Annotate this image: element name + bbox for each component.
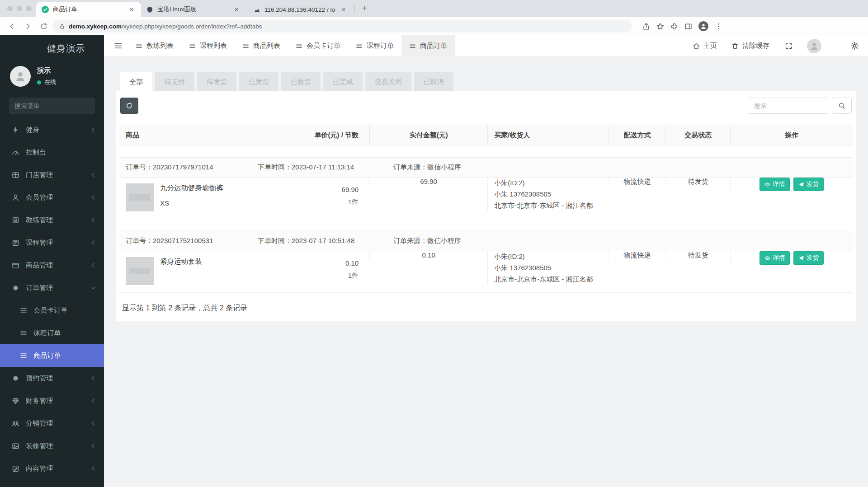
hamburger-icon[interactable] [114, 42, 123, 50]
sidebar-item-decoration-mgmt[interactable]: 装修管理 [0, 435, 104, 457]
brand-title: 健身演示 [0, 35, 104, 61]
bookmark-star-icon[interactable] [656, 23, 664, 30]
filter-tab-received[interactable]: 已收货 [281, 72, 321, 91]
filter-tab-cancelled[interactable]: 已取消 [414, 72, 453, 91]
browser-tab-goods-order[interactable]: 商品订单 × [36, 2, 141, 17]
ship-button[interactable]: 发货 [793, 178, 824, 191]
site-favicon [42, 6, 49, 13]
address-bar[interactable]: demo.xykeep.com/xykeep.php/xykeep/goods.… [53, 20, 632, 33]
list-icon [242, 42, 249, 49]
window-zoom-button[interactable] [26, 6, 32, 11]
home-button[interactable]: 主页 [687, 35, 722, 57]
sidebar-item-member-mgmt[interactable]: 会员管理 [0, 186, 104, 209]
clear-cache-button[interactable]: 清除缓存 [726, 35, 775, 57]
browser-profile-avatar[interactable] [698, 21, 708, 31]
sidebar-item-goods-orders[interactable]: 商品订单 [0, 344, 104, 367]
tab-goods-list[interactable]: 商品列表 [235, 35, 288, 57]
browser-menu-icon[interactable] [715, 23, 722, 30]
ship-button[interactable]: 发货 [793, 251, 824, 265]
window-minimize-button[interactable] [17, 6, 22, 11]
browser-tab-ip[interactable]: 116.204.88.136:40122 / localh × [248, 2, 353, 17]
tab-close-icon[interactable]: × [340, 5, 348, 14]
book-icon [12, 239, 19, 247]
chevron-left-icon [90, 217, 96, 223]
product-image [126, 183, 154, 211]
col-delivery: 配送方式 [609, 125, 666, 145]
filter-tab-shipped[interactable]: 已发货 [239, 72, 278, 91]
list-icon [20, 352, 27, 359]
order-time: 下单时间：2023-07-17 10:51:48 [258, 237, 393, 245]
sidebar-item-fitness[interactable]: 健身 [0, 118, 104, 141]
sidebar-item-distribution-mgmt[interactable]: 分销管理 [0, 412, 104, 435]
tab-coach-list[interactable]: 教练列表 [128, 35, 181, 57]
tab-close-icon[interactable]: × [232, 5, 241, 14]
lock-icon [59, 23, 65, 29]
menu-search-input[interactable] [14, 102, 96, 109]
back-icon[interactable] [8, 23, 16, 30]
admin-avatar[interactable] [807, 39, 821, 53]
gear-icon[interactable] [850, 42, 859, 50]
sidebar-item-content-mgmt[interactable]: 内容管理 [0, 457, 104, 480]
filter-tab-closed[interactable]: 交易关闭 [365, 72, 411, 91]
share-icon[interactable] [642, 23, 650, 30]
sidebar-item-order-mgmt[interactable]: 订单管理 [0, 276, 104, 299]
order-group-header: 订单号：2023071797971014 下单时间：2023-07-17 11:… [119, 158, 853, 178]
sidebar-item-store-mgmt[interactable]: 门店管理 [0, 164, 104, 186]
chevron-left-icon [90, 195, 96, 200]
sidebar-item-membercard-orders[interactable]: 会员卡订单 [0, 299, 104, 322]
window-controls[interactable] [7, 6, 32, 11]
window-close-button[interactable] [7, 6, 13, 11]
tab-course-orders[interactable]: 课程订单 [348, 35, 401, 57]
list-icon [20, 307, 27, 314]
sidebar-item-goods-mgmt[interactable]: 商品管理 [0, 254, 104, 276]
tab-membercard-orders[interactable]: 会员卡订单 [288, 35, 348, 57]
eye-icon [764, 182, 770, 187]
tab-course-list[interactable]: 课程列表 [181, 35, 235, 57]
search-button[interactable] [832, 98, 852, 114]
user-avatar[interactable] [10, 66, 31, 87]
refresh-icon [126, 102, 133, 109]
fullscreen-icon[interactable] [785, 42, 793, 50]
sidebar-item-dashboard[interactable]: 控制台 [0, 141, 104, 164]
table-search-input[interactable] [748, 98, 828, 114]
list-icon [189, 42, 196, 49]
reload-icon[interactable] [40, 23, 47, 30]
extensions-icon[interactable] [670, 23, 678, 30]
chevron-down-icon [90, 285, 96, 290]
side-panel-icon[interactable] [684, 23, 692, 30]
refresh-button[interactable] [120, 98, 138, 114]
menu-search[interactable] [9, 98, 95, 114]
detail-button[interactable]: 详情 [760, 178, 790, 191]
records-summary: 显示第 1 到第 2 条记录，总共 2 条记录 [119, 304, 853, 313]
new-tab-button[interactable]: + [359, 3, 371, 14]
list-icon [409, 42, 416, 49]
tab-close-icon[interactable]: × [127, 5, 136, 14]
tab-goods-orders[interactable]: 商品订单 [401, 35, 455, 57]
chevron-left-icon [90, 466, 96, 471]
ball-icon [12, 284, 19, 292]
product-variant: XS [160, 199, 335, 207]
sidebar-item-course-mgmt[interactable]: 课程管理 [0, 231, 104, 254]
detail-button[interactable]: 详情 [760, 251, 790, 265]
diamond-icon [12, 397, 19, 405]
filter-tab-completed[interactable]: 已完成 [323, 72, 363, 91]
sidebar-item-coach-mgmt[interactable]: 教练管理 [0, 209, 104, 231]
filter-tab-unpaid[interactable]: 待支付 [155, 72, 194, 91]
product-name: 紧身运动套装 [160, 257, 339, 267]
sidebar-item-booking-mgmt[interactable]: 预约管理 [0, 367, 104, 389]
browser-tab-bt-panel[interactable]: 宝塔Linux面板 × [141, 2, 246, 17]
eye-icon [764, 255, 770, 261]
sidebar: 健身演示 演示 在线 健身 控制台 [0, 35, 104, 487]
tab-separator [247, 5, 247, 14]
tab-title: 宝塔Linux面板 [157, 5, 228, 14]
filter-tab-to-ship[interactable]: 待发货 [197, 72, 236, 91]
filter-tab-all[interactable]: 全部 [120, 72, 152, 91]
product-image [126, 257, 154, 285]
col-paid: 实付金额(元) [369, 125, 487, 145]
forward-icon[interactable] [24, 23, 32, 30]
send-icon [798, 182, 804, 187]
chevron-left-icon [90, 398, 96, 403]
store-icon [12, 171, 19, 179]
sidebar-item-course-orders[interactable]: 课程订单 [0, 322, 104, 344]
sidebar-item-finance-mgmt[interactable]: 财务管理 [0, 389, 104, 412]
